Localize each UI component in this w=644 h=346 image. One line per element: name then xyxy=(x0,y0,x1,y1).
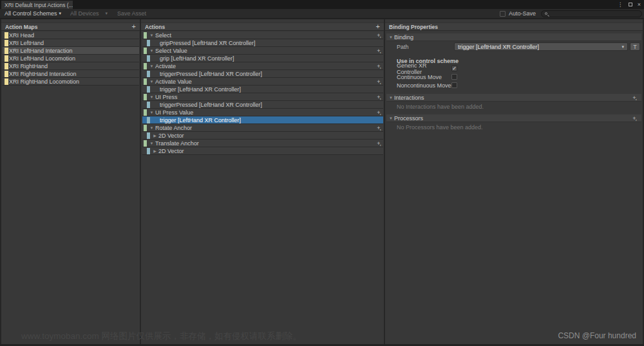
foldout-open-icon[interactable]: ▼ xyxy=(149,80,155,84)
action-map-row[interactable]: XRI RightHand Locomotion xyxy=(3,78,139,86)
action-map-row[interactable]: XRI LeftHand Interaction xyxy=(3,47,139,55)
action-row[interactable]: ▼Translate Anchor+, xyxy=(142,140,383,147)
action-row[interactable]: ▼Activate Value+, xyxy=(142,78,383,86)
foldout-open-icon[interactable]: ▼ xyxy=(149,64,155,68)
window-controls: ⋮ × xyxy=(618,0,641,9)
path-dropdown[interactable]: trigger [LeftHand XR Controller] ▾ xyxy=(454,42,628,51)
action-row[interactable]: ▼Activate+, xyxy=(142,62,383,70)
chevron-down-icon: ▾ xyxy=(59,11,62,16)
action-map-color-bar xyxy=(5,71,8,77)
foldout-open-icon[interactable]: ▼ xyxy=(149,111,155,114)
action-maps-title: Action Maps xyxy=(5,24,38,30)
control-scheme-label: Noncontinuous Move xyxy=(397,82,451,89)
foldout-open-icon[interactable]: ▼ xyxy=(149,95,155,99)
foldout-closed-icon[interactable]: ▶ xyxy=(152,133,158,138)
composite-row[interactable]: ▶2D Vector xyxy=(142,147,383,155)
binding-properties-title: Binding Properties xyxy=(389,24,438,30)
interactions-title: Interactions xyxy=(394,95,424,101)
interactions-empty-text: No Interactions have been added. xyxy=(397,104,484,110)
action-label: Activate xyxy=(155,63,176,69)
path-value: trigger [LeftHand XR Controller] xyxy=(458,44,539,50)
action-label: UI Press Value xyxy=(155,109,193,116)
asset-tab[interactable]: XRI Default Input Actions (... xyxy=(1,1,73,9)
action-row[interactable]: ▼UI Press Value+, xyxy=(142,109,383,116)
binding-label: trigger [LeftHand XR Controller] xyxy=(160,117,241,123)
control-scheme-row: Continuous Move xyxy=(397,73,457,80)
add-binding-button[interactable]: +, xyxy=(377,140,381,147)
foldout-open-icon[interactable]: ▼ xyxy=(149,141,155,145)
add-action-map-button[interactable]: + xyxy=(132,23,136,30)
binding-row[interactable]: trigger [LeftHand XR Controller] xyxy=(142,86,383,93)
binding-row[interactable]: grip [LeftHand XR Controller] xyxy=(142,55,383,62)
foldout-closed-icon[interactable]: ▶ xyxy=(152,149,158,153)
binding-properties-panel: Binding Properties ▼ Binding Path trigge… xyxy=(385,19,644,344)
add-interaction-button[interactable]: +, xyxy=(632,95,636,101)
auto-save-checkbox[interactable] xyxy=(500,11,506,17)
action-map-label: XRI RightHand Locomotion xyxy=(9,78,79,85)
processors-title: Processors xyxy=(394,115,423,122)
binding-label: grip [LeftHand XR Controller] xyxy=(160,55,234,62)
save-asset-button[interactable]: Save Asset xyxy=(112,10,151,17)
binding-row[interactable]: triggerPressed [LeftHand XR Controller] xyxy=(142,101,383,109)
add-action-button[interactable]: + xyxy=(376,23,380,30)
watermark-right: CSDN @Four hundred xyxy=(558,331,636,340)
binding-row[interactable]: gripPressed [LeftHand XR Controller] xyxy=(142,39,383,47)
processors-section-header[interactable]: ▼ Processors +, xyxy=(386,114,641,122)
action-maps-list: XRI HeadXRI LeftHandXRI LeftHand Interac… xyxy=(3,32,139,86)
action-color-bar xyxy=(144,94,147,100)
action-label: Activate Value xyxy=(155,78,192,85)
control-scheme-checkbox[interactable] xyxy=(451,82,457,88)
add-binding-button[interactable]: +, xyxy=(377,109,381,116)
search-input[interactable] xyxy=(549,11,641,17)
action-map-color-bar xyxy=(5,48,8,54)
path-text-mode-button[interactable]: T xyxy=(630,42,640,51)
control-schemes-label: All Control Schemes xyxy=(5,10,57,17)
control-scheme-checkbox[interactable]: ✓ xyxy=(451,66,457,71)
action-map-row[interactable]: XRI Head xyxy=(3,32,139,39)
action-color-bar xyxy=(144,63,147,69)
foldout-open-icon[interactable]: ▼ xyxy=(149,126,155,130)
action-row[interactable]: ▼UI Press+, xyxy=(142,93,383,101)
tab-bar: XRI Default Input Actions (... ⋮ × xyxy=(0,0,644,9)
action-maps-panel: Action Maps + XRI HeadXRI LeftHandXRI Le… xyxy=(0,19,141,344)
action-map-row[interactable]: XRI LeftHand Locomotion xyxy=(3,55,139,62)
control-scheme-label: Continuous Move xyxy=(397,74,451,80)
binding-color-bar xyxy=(147,102,150,108)
interactions-section-header[interactable]: ▼ Interactions +, xyxy=(386,94,641,102)
add-binding-button[interactable]: +, xyxy=(377,94,381,100)
add-binding-button[interactable]: +, xyxy=(377,125,381,131)
foldout-open-icon[interactable]: ▼ xyxy=(149,49,155,53)
action-color-bar xyxy=(144,32,147,39)
action-map-row[interactable]: XRI LeftHand xyxy=(3,39,139,47)
action-map-row[interactable]: XRI RightHand Interaction xyxy=(3,70,139,78)
actions-list: ▼Select+,gripPressed [LeftHand XR Contro… xyxy=(142,32,383,155)
toolbar: All Control Schemes ▾ All Devices ▾ Save… xyxy=(0,9,644,19)
action-label: Select xyxy=(155,32,171,39)
action-row[interactable]: ▼Rotate Anchor+, xyxy=(142,124,383,132)
add-binding-button[interactable]: +, xyxy=(377,63,381,69)
binding-section-header[interactable]: ▼ Binding xyxy=(386,33,641,41)
action-color-bar xyxy=(144,48,147,54)
action-row[interactable]: ▼Select Value+, xyxy=(142,47,383,55)
kebab-menu-icon[interactable]: ⋮ xyxy=(618,0,623,9)
foldout-open-icon[interactable]: ▼ xyxy=(149,33,155,37)
binding-label: gripPressed [LeftHand XR Controller] xyxy=(160,40,256,46)
action-map-color-bar xyxy=(5,32,8,39)
maximize-icon[interactable] xyxy=(629,3,632,6)
binding-row[interactable]: trigger [LeftHand XR Controller] xyxy=(142,116,383,124)
devices-dropdown[interactable]: All Devices ▾ xyxy=(66,9,112,18)
action-map-row[interactable]: XRI RightHand xyxy=(3,62,139,70)
close-icon[interactable]: × xyxy=(638,0,641,9)
add-binding-button[interactable]: +, xyxy=(377,48,381,54)
add-binding-button[interactable]: +, xyxy=(377,32,381,39)
add-processor-button[interactable]: +, xyxy=(632,115,636,122)
binding-row[interactable]: triggerPressed [LeftHand XR Controller] xyxy=(142,70,383,78)
add-binding-button[interactable]: +, xyxy=(377,78,381,85)
action-label: UI Press xyxy=(155,94,178,100)
binding-label: triggerPressed [LeftHand XR Controller] xyxy=(160,102,262,108)
control-schemes-dropdown[interactable]: All Control Schemes ▾ xyxy=(0,9,66,18)
control-scheme-checkbox[interactable] xyxy=(451,74,457,80)
actions-panel: Actions + ▼Select+,gripPressed [LeftHand… xyxy=(141,19,385,344)
composite-row[interactable]: ▶2D Vector xyxy=(142,132,383,140)
action-row[interactable]: ▼Select+, xyxy=(142,32,383,39)
